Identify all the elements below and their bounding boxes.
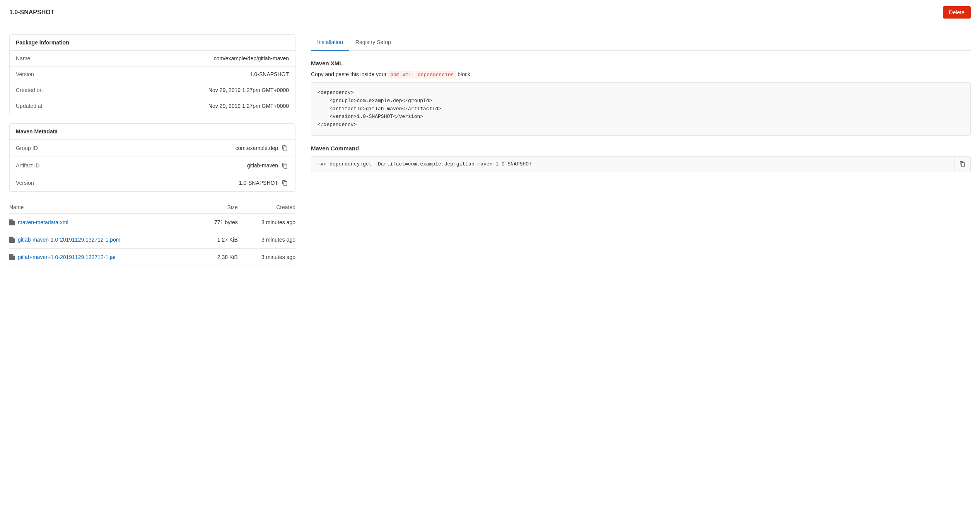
- page-header: 1.0-SNAPSHOT Delete: [0, 0, 980, 25]
- info-value-group-id-container: com.example.dep: [85, 144, 289, 152]
- info-label-created: Created on: [16, 87, 85, 93]
- info-row-version: Version 1.0-SNAPSHOT: [10, 66, 295, 82]
- file-link[interactable]: gitlab-maven-1.0-20191129.132712-1.pom: [9, 237, 198, 243]
- copy-icon: [282, 180, 288, 186]
- maven-command-section: Maven Command mvn dependency:get -Dartif…: [311, 145, 971, 172]
- table-row: gitlab-maven-1.0-20191129.132712-1.jar 2…: [9, 249, 295, 266]
- maven-xml-section: Maven XML Copy and paste this inside you…: [311, 60, 971, 136]
- file-created-cell: 3 minutes ago: [238, 214, 295, 231]
- info-value-version: 1.0-SNAPSHOT: [85, 71, 289, 77]
- info-row-updated: Updated at Nov 29, 2019 1:27pm GMT+0000: [10, 98, 295, 114]
- file-name-cell: maven-metadata.xml: [9, 214, 198, 231]
- right-column: Installation Registry Setup Maven XML Co…: [311, 34, 971, 266]
- tabs-container: Installation Registry Setup: [311, 34, 971, 51]
- copy-command-button[interactable]: [954, 157, 970, 171]
- table-row: gitlab-maven-1.0-20191129.132712-1.pom 1…: [9, 231, 295, 249]
- tab-installation[interactable]: Installation: [311, 34, 349, 51]
- info-value-maven-version-container: 1.0-SNAPSHOT: [85, 179, 289, 187]
- info-label-maven-version: Version: [16, 180, 85, 186]
- info-value-group-id: com.example.dep: [235, 145, 278, 151]
- file-size-cell: 1.27 KiB: [198, 231, 238, 249]
- page-title: 1.0-SNAPSHOT: [9, 9, 54, 16]
- file-created-cell: 3 minutes ago: [238, 231, 295, 249]
- copy-icon: [282, 162, 288, 169]
- info-row-name: Name com/example/dep/gitlab-maven: [10, 51, 295, 66]
- info-label-updated: Updated at: [16, 103, 85, 109]
- main-content: Package information Name com/example/dep…: [0, 25, 980, 275]
- file-icon: [9, 237, 15, 243]
- files-col-size: Size: [198, 201, 238, 214]
- info-label-group-id: Group ID: [16, 145, 85, 151]
- package-info-card: Package information Name com/example/dep…: [9, 34, 295, 114]
- maven-metadata-card: Maven Metadata Group ID com.example.dep …: [9, 123, 295, 192]
- tab-registry-setup[interactable]: Registry Setup: [349, 34, 397, 51]
- maven-metadata-header: Maven Metadata: [10, 124, 295, 140]
- file-link[interactable]: gitlab-maven-1.0-20191129.132712-1.jar: [9, 254, 198, 260]
- left-column: Package information Name com/example/dep…: [9, 34, 295, 266]
- file-size-cell: 771 bytes: [198, 214, 238, 231]
- dependencies-tag: dependencies: [415, 71, 456, 78]
- pom-xml-tag: pom.xml: [388, 71, 414, 78]
- info-value-artifact-id: gitlab-maven: [247, 162, 278, 169]
- files-col-name: Name: [9, 201, 198, 214]
- info-row-artifact-id: Artifact ID gitlab-maven: [10, 157, 295, 174]
- maven-command-row: mvn dependency:get -Dartifact=com.exampl…: [311, 156, 971, 172]
- file-name-cell: gitlab-maven-1.0-20191129.132712-1.pom: [9, 231, 198, 249]
- info-value-created: Nov 29, 2019 1:27pm GMT+0000: [85, 87, 289, 93]
- file-name-cell: gitlab-maven-1.0-20191129.132712-1.jar: [9, 249, 198, 266]
- maven-command-title: Maven Command: [311, 145, 971, 152]
- copy-icon: [960, 161, 966, 167]
- table-row: maven-metadata.xml 771 bytes 3 minutes a…: [9, 214, 295, 231]
- info-label-name: Name: [16, 55, 85, 61]
- package-info-header: Package information: [10, 35, 295, 51]
- info-value-artifact-id-container: gitlab-maven: [85, 162, 289, 169]
- files-col-created: Created: [238, 201, 295, 214]
- info-value-name: com/example/dep/gitlab-maven: [85, 55, 289, 61]
- info-row-group-id: Group ID com.example.dep: [10, 140, 295, 157]
- copy-icon: [282, 145, 288, 151]
- copy-version-button[interactable]: [281, 179, 289, 187]
- maven-xml-code: <dependency> <groupId>com.example.dep</g…: [311, 82, 971, 136]
- copy-group-id-button[interactable]: [281, 144, 289, 152]
- file-size-cell: 2.38 KiB: [198, 249, 238, 266]
- info-value-maven-version: 1.0-SNAPSHOT: [239, 180, 278, 186]
- info-label-version: Version: [16, 71, 85, 77]
- info-row-created: Created on Nov 29, 2019 1:27pm GMT+0000: [10, 82, 295, 98]
- maven-xml-title: Maven XML: [311, 60, 971, 66]
- info-row-maven-version: Version 1.0-SNAPSHOT: [10, 174, 295, 191]
- maven-xml-description: Copy and paste this inside your pom.xml …: [311, 71, 971, 78]
- file-icon: [9, 219, 15, 225]
- delete-button[interactable]: Delete: [943, 6, 971, 19]
- files-table: Name Size Created maven-metadata.xml 77: [9, 201, 295, 266]
- copy-artifact-id-button[interactable]: [281, 162, 289, 169]
- file-icon: [9, 254, 15, 260]
- file-link[interactable]: maven-metadata.xml: [9, 219, 198, 225]
- info-value-updated: Nov 29, 2019 1:27pm GMT+0000: [85, 103, 289, 109]
- maven-command-text: mvn dependency:get -Dartifact=com.exampl…: [311, 157, 954, 172]
- info-label-artifact-id: Artifact ID: [16, 162, 85, 169]
- file-created-cell: 3 minutes ago: [238, 249, 295, 266]
